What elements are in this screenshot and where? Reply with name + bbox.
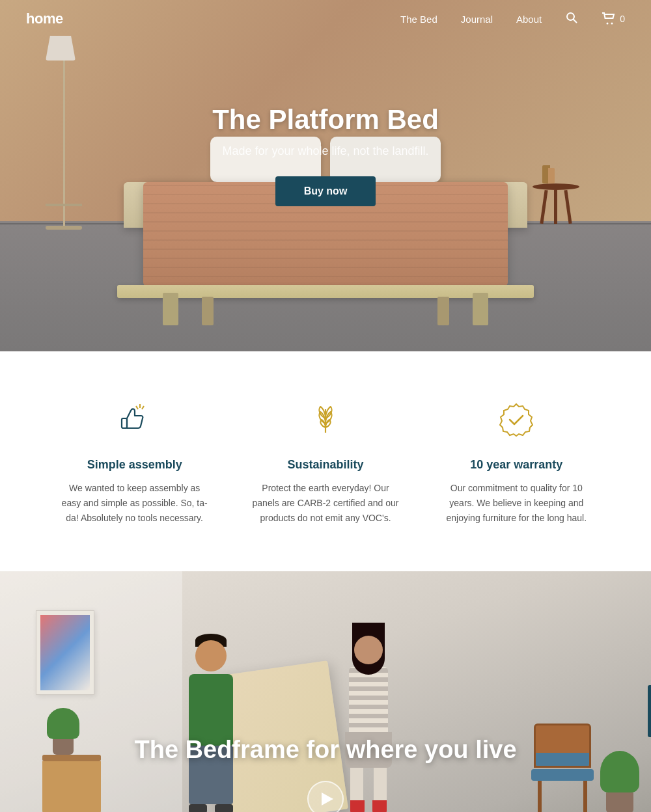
lamp-foot [46,226,82,230]
chair-right [534,724,594,812]
video-content: The Bedframe for where you live [134,736,516,812]
bed-leg-fl [163,293,178,325]
bed-leg-bl [202,297,214,325]
features-section: Simple assembly We wanted to keep assemb… [0,351,651,571]
hero-subtitle: Made for your whole life, not the landfi… [130,144,521,158]
cart-button[interactable]: 0 [602,12,625,25]
thumbs-up-icon [112,397,158,442]
hero-section: The Platform Bed Made for your whole lif… [0,0,651,351]
video-section: The Bedframe for where you live [0,571,651,812]
plant-nightstand [47,708,79,755]
nightstand-video-left [42,755,101,812]
feature-warranty: 10 year warranty Our commitment to quali… [421,397,612,526]
lamp-shade [46,36,76,61]
svg-point-3 [611,23,613,25]
plant-video-right [600,751,639,812]
side-table-legs-right [533,190,579,224]
search-button[interactable] [565,11,578,27]
svg-line-6 [136,406,138,409]
feature-warranty-title: 10 year warranty [441,458,592,472]
nav-link-the-bed[interactable]: The Bed [400,14,437,25]
cart-count: 0 [620,14,625,24]
video-title: The Bedframe for where you live [134,736,516,764]
shield-check-icon [493,397,539,442]
svg-rect-7 [122,418,127,428]
brand-logo[interactable]: home [26,10,63,27]
hero-title: The Platform Bed [130,104,521,135]
wall-art-content [40,615,90,690]
nav-link-about[interactable]: About [516,14,542,25]
lamp [46,36,82,230]
bed-platform [117,285,534,298]
search-icon [565,11,578,24]
navigation: home The Bed Journal About 0 [0,0,651,38]
nav-links: The Bed Journal About 0 [400,11,625,27]
feature-assembly-title: Simple assembly [59,458,210,472]
hero-content: The Platform Bed Made for your whole lif… [130,104,521,206]
feature-sustainability: Sustainability Protect the earth everyda… [230,397,421,526]
side-table-right [533,183,579,224]
buy-now-button[interactable]: Buy now [275,176,376,206]
lamp-base-v [63,206,65,226]
svg-line-1 [574,19,577,23]
feature-sustainability-title: Sustainability [249,458,401,472]
svg-point-0 [567,13,574,20]
side-table-top-right [533,183,579,190]
play-button[interactable] [307,781,344,812]
feature-warranty-desc: Our commitment to quality for 10 years. … [441,481,592,526]
feature-assembly-desc: We wanted to keep assembly as easy and s… [59,481,210,526]
svg-line-5 [142,406,144,409]
play-triangle-icon [322,792,333,805]
svg-point-2 [607,23,609,25]
plant-icon [303,397,348,442]
bed-leg-fr [473,293,488,325]
wall-art-frame [36,610,94,695]
nav-link-journal[interactable]: Journal [461,14,493,25]
bed-leg-br [437,297,449,325]
feature-sustainability-desc: Protect the earth everyday! Our panels a… [249,481,401,526]
feature-assembly: Simple assembly We wanted to keep assemb… [39,397,230,526]
scroll-indicator[interactable] [648,685,651,737]
lamp-neck [63,61,65,204]
cart-icon [602,12,616,25]
